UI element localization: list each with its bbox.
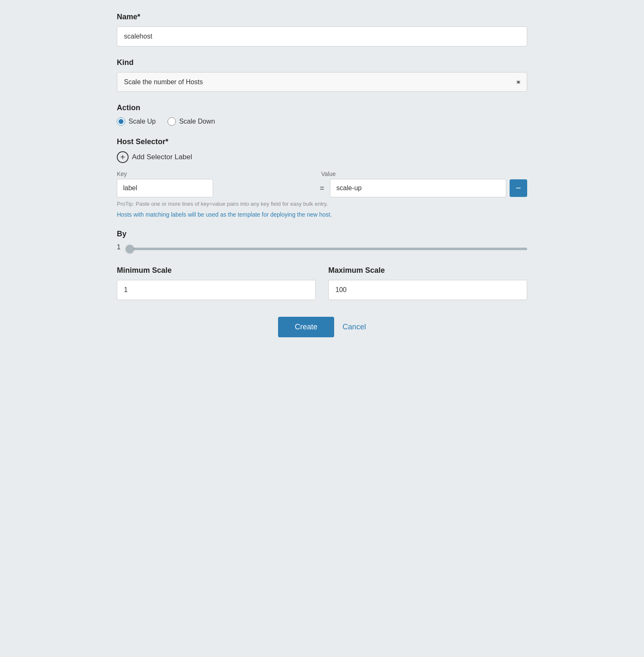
kv-value-input[interactable] bbox=[330, 179, 506, 197]
maximum-scale-label: Maximum Scale bbox=[328, 266, 527, 275]
kv-labels-row: Key Value bbox=[117, 171, 527, 177]
slider-value-display: 1 bbox=[117, 243, 121, 251]
kv-value-wrapper: − bbox=[330, 179, 527, 197]
form-container: Name* Kind Scale the number of Hosts Act… bbox=[117, 13, 527, 337]
value-label: Value bbox=[321, 171, 505, 177]
host-info-text: Hosts with matching labels will be used … bbox=[117, 211, 527, 218]
plus-circle-icon: + bbox=[117, 151, 129, 163]
key-label: Key bbox=[117, 171, 301, 177]
by-section: By 1 bbox=[117, 230, 527, 254]
kv-key-wrapper bbox=[117, 179, 314, 197]
minimum-scale-label: Minimum Scale bbox=[117, 266, 316, 275]
equals-sign: = bbox=[318, 184, 326, 193]
protip-text: ProTip: Paste one or more lines of key=v… bbox=[117, 201, 527, 207]
kind-select[interactable]: Scale the number of Hosts bbox=[117, 72, 527, 92]
slider-container: 1 bbox=[117, 243, 527, 254]
scale-up-option[interactable]: Scale Up bbox=[117, 117, 156, 126]
kv-key-input[interactable] bbox=[117, 179, 213, 197]
maximum-scale-field: Maximum Scale bbox=[328, 266, 527, 300]
scale-up-label: Scale Up bbox=[129, 118, 156, 125]
action-radio-group: Scale Up Scale Down bbox=[117, 117, 527, 126]
by-slider[interactable] bbox=[126, 248, 527, 250]
action-field-group: Action Scale Up Scale Down bbox=[117, 103, 527, 126]
minimum-scale-field: Minimum Scale bbox=[117, 266, 316, 300]
host-selector-label: Host Selector* bbox=[117, 137, 527, 146]
kv-row: = − bbox=[117, 179, 527, 197]
scale-down-label: Scale Down bbox=[179, 118, 215, 125]
kind-label: Kind bbox=[117, 58, 527, 67]
scale-down-radio[interactable] bbox=[167, 117, 176, 126]
name-label: Name* bbox=[117, 13, 527, 21]
min-max-grid: Minimum Scale Maximum Scale bbox=[117, 266, 527, 300]
by-label: By bbox=[117, 230, 527, 238]
name-input[interactable] bbox=[117, 26, 527, 47]
minus-icon: − bbox=[516, 183, 521, 194]
form-actions: Create Cancel bbox=[117, 317, 527, 337]
minimum-scale-input[interactable] bbox=[117, 280, 316, 300]
add-selector-button[interactable]: + Add Selector Label bbox=[117, 151, 192, 163]
cancel-button[interactable]: Cancel bbox=[343, 323, 366, 331]
create-button[interactable]: Create bbox=[278, 317, 334, 337]
maximum-scale-input[interactable] bbox=[328, 280, 527, 300]
name-field-group: Name* bbox=[117, 13, 527, 47]
add-selector-text: Add Selector Label bbox=[132, 153, 192, 161]
scale-down-option[interactable]: Scale Down bbox=[167, 117, 215, 126]
remove-kv-button[interactable]: − bbox=[510, 179, 527, 197]
kind-field-group: Kind Scale the number of Hosts bbox=[117, 58, 527, 92]
scale-up-radio[interactable] bbox=[117, 117, 125, 126]
action-label: Action bbox=[117, 103, 527, 112]
host-selector-field-group: Host Selector* + Add Selector Label Key … bbox=[117, 137, 527, 218]
